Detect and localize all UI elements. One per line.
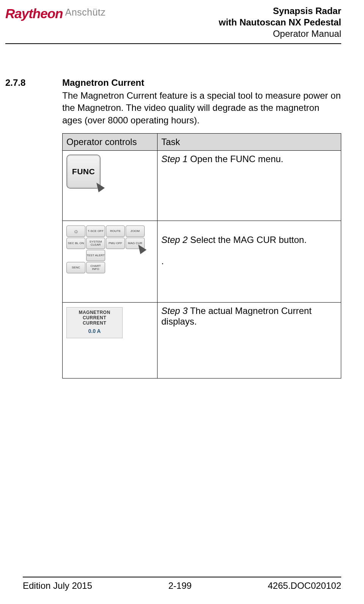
page-footer: Edition July 2015 2-199 4265.DOC020102 [23, 577, 341, 591]
table-cell-controls: FUNC [63, 151, 158, 221]
table-header-controls: Operator controls [63, 134, 158, 151]
document-title-block: Synapsis Radar with Nautoscan NX Pedesta… [219, 5, 341, 39]
menu-button-sysclr: SYSTEM CLEAR [86, 238, 105, 249]
mag-display-line1: MAGNETRON CURRENT [68, 310, 121, 320]
footer-divider [23, 577, 341, 577]
title-line-3: Operator Manual [219, 28, 341, 39]
step-label: Step 1 [161, 154, 188, 164]
section-number: 2.7.8 [5, 77, 47, 88]
menu-button-tsce: T-SCE OFF [86, 226, 105, 237]
brand-logo: Raytheon Anschütz [5, 6, 106, 21]
menu-button-chartinfo: CHART INFO [86, 262, 105, 273]
menu-button-zoom: ZOOM [126, 226, 145, 237]
header-divider [5, 43, 341, 44]
table-cell-task: Step 2 Select the MAG CUR button. . [158, 221, 341, 303]
step-label: Step 3 [161, 306, 188, 316]
step-label: Step 2 [161, 235, 188, 245]
magnetron-current-display: MAGNETRON CURRENT CURRENT 0.0 A [66, 307, 123, 338]
table-cell-controls: ☼ T-SCE OFF ROUTE ZOOM SEC BL ON SYSTEM … [63, 221, 158, 303]
task-table: Operator controls Task FUNC Step 1 Open … [62, 133, 341, 378]
menu-button-secbl: SEC BL ON [66, 238, 85, 249]
menu-button-brightness: ☼ [66, 226, 85, 237]
table-cell-controls: MAGNETRON CURRENT CURRENT 0.0 A [63, 303, 158, 378]
func-button-graphic: FUNC [66, 155, 101, 189]
func-menu-graphic: ☼ T-SCE OFF ROUTE ZOOM SEC BL ON SYSTEM … [66, 226, 145, 273]
menu-button-pmu: PMU OFF [106, 238, 125, 249]
footer-page-number: 2-199 [168, 580, 191, 591]
table-header-task: Task [158, 134, 341, 151]
step-text: Open the FUNC menu. [188, 154, 283, 164]
sun-icon: ☼ [73, 228, 79, 235]
table-cell-task: Step 1 Open the FUNC menu. [158, 151, 341, 221]
title-line-2: with Nautoscan NX Pedestal [219, 17, 341, 28]
section-heading: Magnetron Current [62, 77, 144, 88]
mag-display-value: 0.0 A [68, 328, 121, 334]
footer-doc-number: 4265.DOC020102 [268, 580, 341, 591]
footer-edition: Edition July 2015 [23, 580, 92, 591]
menu-button-route: ROUTE [106, 226, 125, 237]
table-cell-task: Step 3 The actual Magnetron Current disp… [158, 303, 341, 378]
step-text: Select the MAG CUR button. [188, 235, 306, 245]
step-after-text: . [161, 256, 337, 267]
logo-anschutz-text: Anschütz [65, 7, 106, 18]
menu-button-senc: SENC [66, 262, 85, 273]
mag-display-line2: CURRENT [68, 320, 121, 326]
page-header: Raytheon Anschütz Synapsis Radar with Na… [5, 5, 341, 39]
title-line-1: Synapsis Radar [219, 5, 341, 17]
logo-raytheon-text: Raytheon [5, 6, 63, 21]
section-body-text: The Magnetron Current feature is a speci… [62, 90, 341, 126]
main-content: 2.7.8 Magnetron Current The Magnetron Cu… [5, 77, 341, 378]
menu-button-testalert: TEST ALERT [86, 250, 105, 261]
